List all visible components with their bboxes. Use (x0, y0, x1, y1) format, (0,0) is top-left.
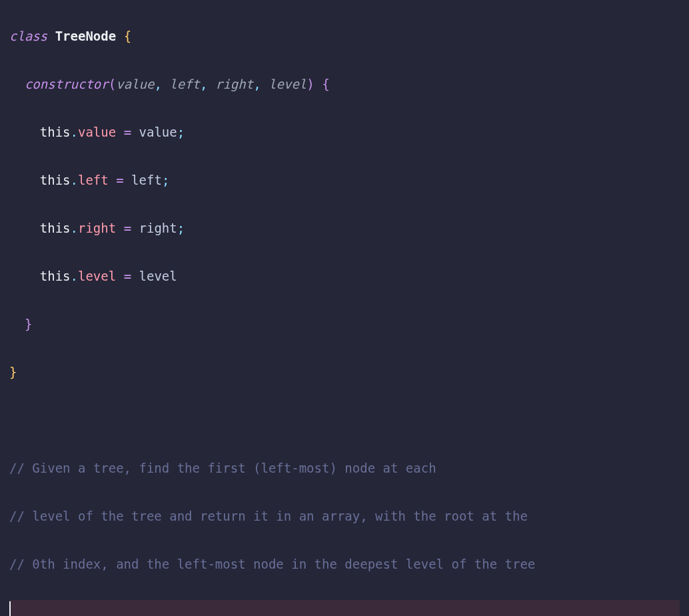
comment: // level of the tree and return it in an… (9, 509, 528, 523)
property: value (78, 125, 116, 139)
code-line: constructor(value, left, right, level) { (9, 72, 680, 96)
param: left (169, 77, 200, 91)
semicolon: ; (177, 125, 185, 139)
open-brace: { (322, 77, 329, 91)
identifier: level (139, 269, 177, 283)
semicolon: ; (162, 173, 169, 187)
active-line-highlight (9, 600, 680, 616)
class-name: TreeNode (55, 29, 117, 43)
property: level (78, 269, 116, 283)
this-keyword: this (40, 125, 71, 139)
property: right (78, 221, 116, 235)
property: left (78, 173, 109, 187)
this-keyword: this (40, 173, 71, 187)
code-line: this.right = right; (9, 216, 680, 240)
this-keyword: this (40, 221, 71, 235)
dot: . (71, 221, 78, 235)
code-line: } (9, 312, 680, 336)
code-line: this.level = level (9, 264, 680, 288)
identifier: value (139, 125, 177, 139)
close-brace: } (9, 365, 17, 379)
close-brace: } (25, 317, 32, 331)
identifier: left (131, 173, 162, 187)
code-editor[interactable]: class TreeNode { constructor(value, left… (9, 0, 680, 616)
text-cursor (9, 601, 11, 616)
blank-line (9, 408, 680, 432)
comma: , (154, 77, 161, 91)
param: level (269, 77, 307, 91)
comment-line: // 0th index, and the left-most node in … (9, 552, 680, 576)
comment-line: // Given a tree, find the first (left-mo… (9, 456, 680, 480)
dot: . (71, 125, 78, 139)
keyword-class: class (9, 29, 47, 43)
this-keyword: this (40, 269, 71, 283)
dot: . (71, 173, 78, 187)
comment: // Given a tree, find the first (left-mo… (9, 461, 436, 475)
comma: , (200, 77, 207, 91)
equals: = (124, 221, 131, 235)
comma: , (253, 77, 261, 91)
code-line: } (9, 360, 680, 384)
identifier: right (139, 221, 177, 235)
code-line: this.left = left; (9, 168, 680, 192)
code-line: class TreeNode { (9, 24, 680, 48)
semicolon: ; (177, 221, 185, 235)
comment: // 0th index, and the left-most node in … (9, 557, 535, 571)
equals: = (124, 269, 131, 283)
equals: = (124, 125, 131, 139)
param: value (116, 77, 154, 91)
code-line: this.value = value; (9, 120, 680, 144)
close-paren: ) (307, 77, 314, 91)
open-paren: ( (109, 77, 116, 91)
comment-line: // level of the tree and return it in an… (9, 504, 680, 528)
keyword-constructor: constructor (25, 77, 109, 91)
dot: . (71, 269, 78, 283)
open-brace: { (124, 29, 131, 43)
param: right (215, 77, 253, 91)
equals: = (116, 173, 123, 187)
